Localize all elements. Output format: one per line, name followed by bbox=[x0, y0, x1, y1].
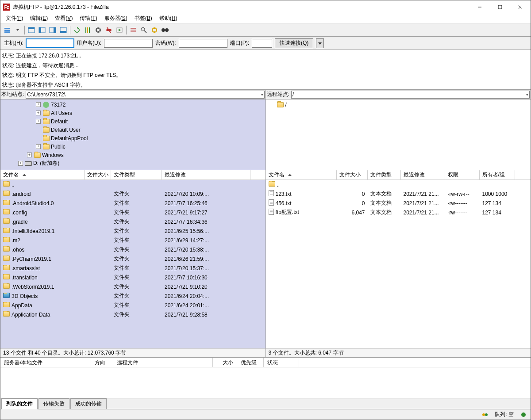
folder-icon bbox=[269, 181, 275, 188]
process-queue-icon[interactable] bbox=[83, 25, 92, 35]
local-tree[interactable]: +73172+All Users+DefaultDefault UserDefa… bbox=[0, 99, 266, 170]
expand-icon[interactable]: + bbox=[36, 119, 41, 124]
tree-node[interactable]: +Public bbox=[0, 142, 266, 151]
list-item[interactable]: .AndroidStudio4.0文件夹2021/7/7 16:25:46 bbox=[0, 199, 266, 208]
message-log[interactable]: 状态: 正在连接 172.26.0.173:21...状态: 连接建立，等待欢迎… bbox=[0, 50, 531, 90]
quickconnect-dropdown[interactable] bbox=[316, 38, 324, 48]
list-item[interactable]: .. bbox=[266, 180, 531, 189]
list-item[interactable]: .WebStorm2019.1文件夹2021/7/21 9:10:20 bbox=[0, 282, 266, 291]
close-button[interactable] bbox=[510, 0, 531, 14]
toggle-local-tree-icon[interactable] bbox=[37, 25, 47, 35]
tree-node[interactable]: DefaultAppPool bbox=[0, 134, 266, 142]
search-icon[interactable] bbox=[160, 25, 170, 35]
tree-node[interactable]: +All Users bbox=[0, 109, 266, 117]
maximize-button[interactable] bbox=[490, 0, 510, 14]
remote-tree[interactable]: / bbox=[266, 99, 531, 170]
app-icon: Fz bbox=[3, 4, 10, 11]
col-modified[interactable]: 最近修改 bbox=[162, 170, 250, 179]
queue-tab[interactable]: 成功的传输 bbox=[70, 398, 107, 409]
col-owner[interactable]: 所有者/组 bbox=[480, 170, 515, 179]
remote-file-list[interactable]: ..123.txt0文本文档2021/7/21 21...-rw-rw-r--1… bbox=[266, 180, 531, 348]
list-item[interactable]: .ohos文件夹2021/7/20 15:38:... bbox=[0, 245, 266, 254]
local-file-list[interactable]: ...android文件夹2021/7/20 10:09:....Android… bbox=[0, 180, 266, 348]
col-filesize[interactable]: 文件大小 bbox=[85, 170, 111, 179]
list-item[interactable]: .IntelliJIdea2019.1文件夹2021/6/25 15:56:..… bbox=[0, 226, 266, 236]
username-input[interactable] bbox=[104, 39, 153, 48]
host-input[interactable] bbox=[26, 39, 74, 48]
local-path-combo[interactable]: C:\Users\73172\ ▾ bbox=[26, 91, 264, 99]
col-permissions[interactable]: 权限 bbox=[445, 170, 480, 179]
toggle-log-icon[interactable] bbox=[27, 25, 36, 35]
menu-item[interactable]: 书签(B) bbox=[131, 14, 156, 23]
list-item[interactable]: .gradle文件夹2021/7/7 16:34:36 bbox=[0, 217, 266, 226]
list-item[interactable]: 123.txt0文本文档2021/7/21 21...-rw-rw-r--100… bbox=[266, 189, 531, 199]
menu-item[interactable]: 服务器(S) bbox=[101, 14, 131, 23]
list-item[interactable]: .PyCharm2019.1文件夹2021/6/26 21:59:... bbox=[0, 254, 266, 263]
tree-node[interactable]: +Default bbox=[0, 117, 266, 126]
expand-icon[interactable]: + bbox=[36, 111, 41, 115]
qcol-priority[interactable]: 优先级 bbox=[237, 358, 264, 367]
filter-icon[interactable] bbox=[128, 25, 138, 35]
tree-node[interactable]: / bbox=[266, 100, 531, 109]
queue-tab[interactable]: 传输失败 bbox=[38, 398, 69, 409]
qcol-size[interactable]: 大小 bbox=[213, 358, 237, 367]
compare-icon[interactable] bbox=[139, 25, 149, 35]
tree-node[interactable]: +D: (新加卷) bbox=[0, 159, 266, 168]
list-item[interactable]: .smartassist文件夹2021/7/20 15:37:... bbox=[0, 263, 266, 273]
list-item[interactable]: .. bbox=[0, 180, 266, 189]
tree-node[interactable]: Default User bbox=[0, 126, 266, 134]
remote-list-header[interactable]: 文件名 文件大小 文件类型 最近修改 权限 所有者/组 bbox=[266, 170, 531, 180]
list-item[interactable]: 3D Objects文件夹2021/6/24 20:04:... bbox=[0, 291, 266, 301]
list-item[interactable]: Application Data文件夹2021/7/21 9:28:58 bbox=[0, 310, 266, 319]
expand-icon[interactable]: + bbox=[36, 144, 41, 149]
queue-tab[interactable]: 列队的文件 bbox=[1, 398, 38, 409]
qcol-direction[interactable]: 方向 bbox=[91, 358, 113, 367]
remote-path-combo[interactable]: / ▾ bbox=[291, 91, 530, 99]
col-filename[interactable]: 文件名 bbox=[0, 170, 85, 179]
col-modified[interactable]: 最近修改 bbox=[401, 170, 445, 179]
menu-item[interactable]: 编辑(E) bbox=[27, 14, 51, 23]
list-item[interactable]: .android文件夹2021/7/20 10:09:... bbox=[0, 189, 266, 199]
svg-rect-4 bbox=[4, 28, 10, 29]
list-item[interactable]: .config文件夹2021/7/21 9:17:27 bbox=[0, 208, 266, 217]
sync-browse-icon[interactable] bbox=[150, 25, 159, 35]
quickconnect-button[interactable]: 快速连接(Q) bbox=[275, 38, 313, 48]
expand-icon[interactable]: + bbox=[27, 153, 32, 157]
list-item[interactable]: 456.txt0文本文档2021/7/21 21...-rw-------127… bbox=[266, 199, 531, 208]
password-input[interactable] bbox=[179, 39, 227, 48]
queue-body[interactable] bbox=[0, 367, 531, 398]
port-input[interactable] bbox=[252, 39, 272, 48]
tree-node[interactable]: +Windows bbox=[0, 151, 266, 159]
list-item[interactable]: .m2文件夹2021/6/29 14:27:... bbox=[0, 236, 266, 245]
expand-icon[interactable]: + bbox=[18, 161, 23, 166]
menu-item[interactable]: 传输(T) bbox=[76, 14, 100, 23]
refresh-icon[interactable] bbox=[72, 25, 82, 35]
site-dropdown-icon[interactable] bbox=[13, 25, 23, 35]
col-filename[interactable]: 文件名 bbox=[266, 170, 337, 179]
qcol-status[interactable]: 状态 bbox=[264, 358, 299, 367]
list-item[interactable]: AppData文件夹2021/6/24 20:01:... bbox=[0, 301, 266, 310]
cancel-icon[interactable] bbox=[93, 25, 103, 35]
minimize-button[interactable] bbox=[469, 0, 490, 14]
queue-header[interactable]: 服务器/本地文件 方向 远程文件 大小 优先级 状态 bbox=[0, 358, 531, 367]
tree-node[interactable]: +73172 bbox=[0, 100, 266, 109]
qcol-server[interactable]: 服务器/本地文件 bbox=[0, 358, 91, 367]
list-item[interactable]: ftp配置.txt6,047文本文档2021/7/21 21...-rw----… bbox=[266, 208, 531, 217]
menu-item[interactable]: 帮助(H) bbox=[156, 14, 181, 23]
folder-icon bbox=[3, 265, 10, 271]
col-filesize[interactable]: 文件大小 bbox=[337, 170, 368, 179]
reconnect-icon[interactable] bbox=[115, 25, 124, 35]
list-item[interactable]: .translation文件夹2021/7/7 10:16:30 bbox=[0, 273, 266, 282]
tree-label: D: (新加卷) bbox=[33, 160, 59, 167]
local-list-header[interactable]: 文件名 文件大小 文件类型 最近修改 bbox=[0, 170, 266, 180]
expand-icon[interactable]: + bbox=[36, 102, 41, 107]
col-filetype[interactable]: 文件类型 bbox=[111, 170, 162, 179]
site-manager-icon[interactable] bbox=[2, 25, 12, 35]
disconnect-icon[interactable] bbox=[104, 25, 114, 35]
menu-item[interactable]: 文件(F) bbox=[2, 14, 27, 23]
toggle-queue-icon[interactable] bbox=[58, 25, 68, 35]
col-filetype[interactable]: 文件类型 bbox=[368, 170, 401, 179]
qcol-remote[interactable]: 远程文件 bbox=[113, 358, 213, 367]
menu-item[interactable]: 查看(V) bbox=[51, 14, 76, 23]
toggle-remote-tree-icon[interactable] bbox=[48, 25, 58, 35]
